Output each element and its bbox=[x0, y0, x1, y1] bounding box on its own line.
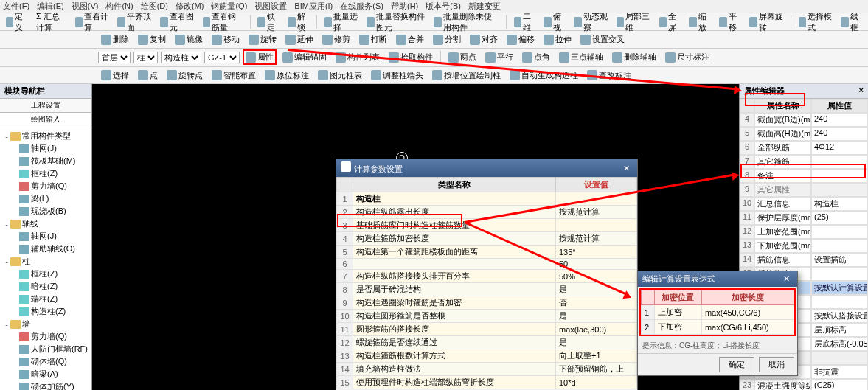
pan-button[interactable]: 平移 bbox=[716, 10, 743, 34]
tree-node[interactable]: -柱 bbox=[1, 255, 90, 268]
navigator-tabs[interactable]: 工程设置 bbox=[0, 99, 91, 113]
type-select[interactable]: 柱 bbox=[133, 52, 158, 63]
tree-node[interactable]: 框柱(Z) bbox=[1, 268, 90, 280]
top-view-button[interactable]: 俯视 bbox=[541, 10, 568, 34]
calc-table[interactable]: 类型名称设置值 1构造柱2构造柱纵筋露出长度按规范计算3基础插筋应门时构造柱箍筋… bbox=[336, 177, 637, 389]
tree-node[interactable]: 构造柱(Z) bbox=[1, 305, 90, 318]
tab-draw[interactable]: 绘图输入 bbox=[0, 113, 91, 128]
table-row[interactable]: 14填充墙构造柱做法下部预留钢筋，上 bbox=[337, 363, 637, 376]
align-button[interactable]: 对齐 bbox=[467, 33, 501, 46]
close-icon[interactable]: ✕ bbox=[620, 164, 633, 173]
delete-aux-button[interactable]: 删除辅轴 bbox=[609, 51, 659, 63]
point-angle-button[interactable]: 点角 bbox=[519, 51, 553, 63]
table-row[interactable]: 650 bbox=[337, 259, 637, 270]
table-row[interactable]: 8是否属于砖混结构是 bbox=[337, 283, 637, 296]
table-row[interactable]: 11圆形箍筋的搭接长度max(lae,300) bbox=[337, 323, 637, 336]
tree-node[interactable]: 辅助轴线(O) bbox=[1, 243, 90, 255]
2d-button[interactable]: 二维 bbox=[511, 10, 538, 34]
align-top-button[interactable]: 平齐顶面 bbox=[114, 10, 154, 34]
tree-node[interactable]: 砌体加筋(Y) bbox=[1, 380, 90, 390]
table-row[interactable]: 13构造柱箍筋根数计算方式向上取整+1 bbox=[337, 349, 637, 363]
tree-node[interactable]: 暗梁(A) bbox=[1, 368, 90, 380]
tree-node[interactable]: 梁(L) bbox=[1, 192, 90, 205]
table-row[interactable]: 12螺旋箍筋是否连续通过是 bbox=[337, 336, 637, 349]
sum-button[interactable]: Σ 汇总计算 bbox=[33, 10, 69, 34]
point-button[interactable]: 点 bbox=[135, 69, 161, 82]
by-wall-button[interactable]: 按墙位置绘制柱 bbox=[429, 69, 504, 82]
view-calc-button[interactable]: 查看计算 bbox=[72, 10, 112, 34]
table-row[interactable]: 7构造柱纵筋搭接接头排开百分率50% bbox=[337, 270, 637, 283]
three-point-button[interactable]: 三点辅轴 bbox=[556, 51, 606, 63]
ok-button[interactable]: 确定 bbox=[719, 357, 754, 372]
adjust-end-button[interactable]: 调整柱端头 bbox=[368, 69, 426, 82]
set-cross-button[interactable]: 设置交叉 bbox=[577, 33, 628, 46]
local-3d-button[interactable]: 局部三维 bbox=[614, 10, 653, 34]
floor-select[interactable]: 首层 bbox=[98, 52, 131, 63]
tree-node[interactable]: 端柱(Z) bbox=[1, 293, 90, 305]
parallel-button[interactable]: 平行 bbox=[482, 51, 516, 63]
tree-node[interactable]: 现浇板(B) bbox=[1, 205, 90, 217]
dialog-titlebar[interactable]: 编辑计算设置表达式 ✕ bbox=[638, 271, 797, 287]
tree-node[interactable]: 轴网(J) bbox=[1, 230, 90, 243]
tree-node[interactable]: 轴网(J) bbox=[1, 142, 90, 155]
table-row[interactable]: 1上加密max(450,CG/6) bbox=[642, 305, 794, 320]
tree-node[interactable]: -常用构件类型 bbox=[1, 130, 90, 142]
table-row[interactable]: 10构造柱圆形箍筋是否整根是 bbox=[337, 310, 637, 323]
view-rebar-button[interactable]: 查看钢筋量 bbox=[200, 10, 246, 34]
unlock-button[interactable]: 解锁 bbox=[285, 10, 312, 34]
table-row[interactable]: 5构造柱第一个箍筋距楼板面的距离135° bbox=[337, 246, 637, 259]
close-icon[interactable]: ✕ bbox=[780, 274, 793, 284]
tree-node[interactable]: 砌体墙(Q) bbox=[1, 355, 90, 368]
fullscreen-button[interactable]: 全屏 bbox=[656, 10, 684, 34]
dimension-button[interactable]: 尺寸标注 bbox=[662, 51, 712, 63]
component-tree[interactable]: -常用构件类型轴网(J)筏板基础(M)框柱(Z)剪力墙(Q)梁(L)现浇板(B)… bbox=[0, 128, 91, 390]
tab-project[interactable]: 工程设置 bbox=[0, 99, 91, 112]
rotate-button[interactable]: 旋转 bbox=[246, 33, 280, 46]
break-button[interactable]: 打断 bbox=[356, 33, 390, 46]
table-row[interactable]: 15使用预埋件时构造柱端部纵筋弯折长度10*d bbox=[337, 376, 637, 389]
offset-button[interactable]: 偏移 bbox=[504, 33, 538, 46]
batch-select-button[interactable]: 批量选择 bbox=[322, 10, 361, 34]
screen-rotate-button[interactable]: 屏幕旋转 bbox=[746, 10, 786, 34]
table-row[interactable]: 9构造柱遇圈梁时箍筋是否加密否 bbox=[337, 296, 637, 310]
lock-button[interactable]: 锁定 bbox=[254, 10, 282, 34]
zoom-button[interactable]: 缩放 bbox=[686, 10, 713, 34]
move-button[interactable]: 移动 bbox=[209, 33, 243, 46]
expression-table[interactable]: 加密位置加密长度 1上加密max(450,CG/6)2下加密max(CG/6,L… bbox=[641, 290, 794, 335]
tree-node[interactable]: -轴线 bbox=[1, 217, 90, 230]
delete-button[interactable]: 删除 bbox=[98, 33, 132, 46]
define-button[interactable]: 定义 bbox=[3, 10, 30, 34]
tree-node[interactable]: 剪力墙(Q) bbox=[1, 330, 90, 343]
batch-delete-button[interactable]: 批量删除未使用构件 bbox=[431, 10, 501, 34]
code-select[interactable]: GZ-1 bbox=[204, 52, 240, 63]
pin-icon[interactable]: × bbox=[859, 86, 864, 97]
batch-replace-button[interactable]: 批量替换构件图元 bbox=[364, 10, 428, 34]
table-row[interactable]: 3基础插筋应门时构造柱箍筋数量 bbox=[337, 219, 637, 232]
tree-node[interactable]: 框柱(Z) bbox=[1, 167, 90, 180]
tree-node[interactable]: 筏板基础(M) bbox=[1, 155, 90, 167]
copy-button[interactable]: 复制 bbox=[135, 33, 169, 46]
table-row[interactable]: 2下加密max(CG/6,Li,450) bbox=[642, 320, 794, 335]
tree-node[interactable]: -墙 bbox=[1, 318, 90, 330]
wireframe-button[interactable]: 线框 bbox=[838, 10, 865, 34]
mirror-button[interactable]: 镜像 bbox=[172, 33, 206, 46]
inplace-dim-button[interactable]: 原位标注 bbox=[262, 69, 312, 82]
split-button[interactable]: 分割 bbox=[430, 33, 464, 46]
extend-button[interactable]: 延伸 bbox=[282, 33, 316, 46]
tree-node[interactable]: 人防门框墙(RF) bbox=[1, 343, 90, 355]
merge-button[interactable]: 合并 bbox=[393, 33, 427, 46]
element-table-button[interactable]: 图元柱表 bbox=[315, 69, 365, 82]
stretch-button[interactable]: 拉伸 bbox=[541, 33, 574, 46]
tree-node[interactable]: 剪力墙(Q) bbox=[1, 180, 90, 192]
table-row[interactable]: 4构造柱箍筋加密长度按规范计算 bbox=[337, 232, 637, 246]
orbit-button[interactable]: 动态观察 bbox=[571, 10, 611, 34]
cancel-button[interactable]: 取消 bbox=[759, 357, 794, 372]
rotate-point-button[interactable]: 旋转点 bbox=[164, 69, 206, 82]
tree-node[interactable]: 暗柱(Z) bbox=[1, 280, 90, 293]
dialog-titlebar[interactable]: 计算参数设置 ✕ bbox=[336, 159, 637, 177]
subtype-select[interactable]: 构造柱 bbox=[161, 52, 201, 63]
select-button[interactable]: 选择 bbox=[98, 69, 132, 82]
two-point-button[interactable]: 两点 bbox=[445, 51, 479, 63]
view-element-button[interactable]: 查看图元 bbox=[157, 10, 197, 34]
smart-place-button[interactable]: 智能布置 bbox=[209, 69, 259, 82]
